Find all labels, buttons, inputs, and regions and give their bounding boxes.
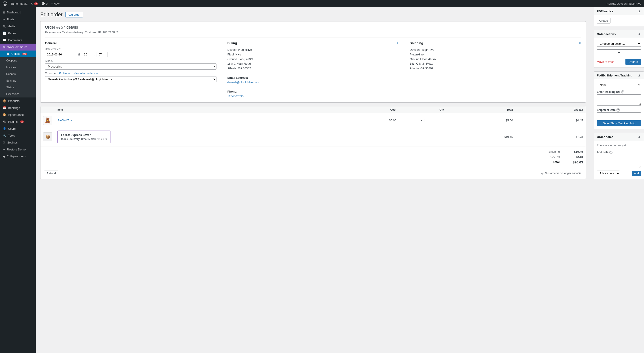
pdf-invoice-header[interactable]: PDF Invoice ▲ bbox=[594, 8, 644, 15]
svg-text:W: W bbox=[4, 2, 6, 5]
product-name-link[interactable]: Stuffed Toy bbox=[58, 119, 72, 122]
product-qty: × 1 bbox=[399, 113, 446, 128]
add-note-label: Add note ? bbox=[597, 151, 641, 154]
shipping-method-name: FedEx Express Saver bbox=[61, 133, 107, 136]
bookings-icon: 📅 bbox=[3, 106, 6, 110]
sidebar-item-bookings[interactable]: 📅 Bookings bbox=[0, 104, 36, 111]
sidebar-item-restore[interactable]: ↩ Restore Demo bbox=[0, 146, 36, 153]
collapse-icon: ◀ bbox=[3, 155, 5, 158]
status-select[interactable]: Processing bbox=[45, 64, 216, 70]
items-table: Item Cost Qty Total GA Tax 🧸 Stuf bbox=[40, 106, 586, 146]
orders-icon: 📋 bbox=[6, 52, 10, 56]
sidebar-item-settings2[interactable]: ⚙ Settings bbox=[0, 139, 36, 146]
fedex-tracking-header[interactable]: FedEx Shipment Tracking ▲ bbox=[594, 72, 644, 79]
shipping-edit-icon[interactable]: ✏ bbox=[579, 42, 581, 45]
shipment-date-input[interactable] bbox=[597, 112, 641, 118]
comments-sidebar-icon: 💬 bbox=[3, 38, 6, 42]
grand-total-value: $26.63 bbox=[565, 160, 583, 164]
pdf-invoice-title: PDF Invoice bbox=[597, 10, 613, 13]
date-input[interactable] bbox=[45, 52, 76, 57]
pages-icon: 📄 bbox=[3, 32, 6, 35]
sidebar-item-extensions[interactable]: Extensions bbox=[0, 91, 36, 98]
save-tracking-button[interactable]: Save/Show Tracking Info bbox=[597, 120, 641, 126]
site-name[interactable]: Tame Impala bbox=[11, 2, 27, 5]
update-button[interactable]: Update bbox=[626, 59, 641, 65]
sidebar-item-media[interactable]: 🖼 Media bbox=[0, 23, 36, 30]
fedex-toggle-icon: ▲ bbox=[638, 73, 641, 77]
sidebar-item-posts[interactable]: ✏ Posts bbox=[0, 16, 36, 23]
sidebar-item-settings[interactable]: Settings bbox=[0, 77, 36, 84]
sidebar-item-products[interactable]: 📦 Products bbox=[0, 98, 36, 104]
sidebar-item-woocommerce[interactable]: 🛍 WooCommerce bbox=[0, 44, 36, 50]
sidebar-item-status[interactable]: Status bbox=[0, 84, 36, 91]
add-note-help-icon[interactable]: ? bbox=[609, 151, 612, 154]
shipping-address: Devesh PluginHive PluginHive Ground Floo… bbox=[410, 48, 581, 71]
move-to-trash-link[interactable]: Move to trash bbox=[597, 60, 614, 64]
sidebar-item-users[interactable]: 👤 Users bbox=[0, 125, 36, 132]
sidebar-item-pages[interactable]: 📄 Pages bbox=[0, 30, 36, 37]
apply-action-button[interactable]: ▶ bbox=[597, 50, 641, 55]
sidebar-item-plugins[interactable]: 🔌 Plugins 2 bbox=[0, 118, 36, 125]
no-notes-text: There are no notes yet. bbox=[597, 144, 641, 147]
woocommerce-icon: 🛍 bbox=[3, 46, 6, 49]
view-other-orders-link[interactable]: View other orders → bbox=[74, 72, 98, 75]
order-notes-header[interactable]: Order notes ▲ bbox=[594, 133, 644, 141]
sidebar-item-comments[interactable]: 💬 Comments bbox=[0, 37, 36, 44]
note-type-select[interactable]: Private note bbox=[597, 170, 620, 176]
updates-link[interactable]: ↻ 9 bbox=[31, 2, 38, 5]
shipping-qty bbox=[399, 128, 446, 146]
sidebar-item-orders[interactable]: 📋 Orders 99 bbox=[0, 50, 36, 57]
shipping-total-value: $19.45 bbox=[565, 150, 583, 153]
fedex-none-select[interactable]: None bbox=[597, 82, 641, 88]
billing-email-link[interactable]: devesh@pluginhive.com bbox=[228, 81, 259, 84]
right-sidebar: PDF Invoice ▲ Create Order actions ▲ Cho… bbox=[590, 7, 644, 353]
order-notes-widget: Order notes ▲ There are no notes yet. Ad… bbox=[594, 133, 644, 179]
time-hour-input[interactable] bbox=[82, 52, 93, 57]
order-actions-widget: Order actions ▲ Choose an action... ▶ Mo… bbox=[594, 30, 644, 68]
shipment-date-help-icon[interactable]: ? bbox=[616, 108, 620, 112]
sidebar-item-tools[interactable]: 🔧 Tools bbox=[0, 132, 36, 139]
note-textarea[interactable] bbox=[597, 155, 641, 168]
customer-label: Customer: bbox=[45, 72, 57, 75]
sidebar-item-invoices[interactable]: Invoices bbox=[0, 64, 36, 71]
products-icon: 📦 bbox=[3, 99, 6, 102]
order-notes-body: There are no notes yet. Add note ? Priva… bbox=[594, 141, 644, 179]
order-actions-header[interactable]: Order actions ▲ bbox=[594, 30, 644, 38]
sidebar-item-reports[interactable]: Reports bbox=[0, 71, 36, 77]
sidebar-item-collapse[interactable]: ◀ Collapse menu bbox=[0, 153, 36, 160]
fedex-tracking-title: FedEx Shipment Tracking bbox=[597, 74, 632, 77]
wp-logo[interactable]: W bbox=[3, 1, 7, 6]
add-note-button[interactable]: Add bbox=[632, 171, 641, 176]
dashboard-icon: ⊞ bbox=[3, 11, 5, 14]
grand-total-label: Total: bbox=[538, 160, 565, 164]
tracking-ids-help-icon[interactable]: ? bbox=[621, 90, 624, 94]
product-total: $5.00 bbox=[446, 113, 516, 128]
shipping-ga-tax: $1.73 bbox=[516, 128, 586, 146]
new-content-link[interactable]: + New bbox=[51, 2, 60, 5]
sidebar-item-coupons[interactable]: Coupons bbox=[0, 57, 36, 64]
pdf-invoice-widget: PDF Invoice ▲ Create bbox=[594, 7, 644, 26]
howdy-text: Howdy, Devesh PluginHive bbox=[606, 2, 641, 5]
profile-link[interactable]: Profile → bbox=[59, 72, 70, 75]
customer-select[interactable]: Devesh PluginHive (#12 – devesh@pluginhi… bbox=[45, 76, 216, 82]
settings-icon: ⚙ bbox=[3, 141, 5, 144]
billing-phone-link[interactable]: 1234567890 bbox=[228, 94, 244, 98]
action-select[interactable]: Choose an action... bbox=[597, 41, 641, 47]
comments-link[interactable]: 💬 0 bbox=[41, 2, 48, 5]
billing-address: Devesh PluginHive PluginHive Ground Floo… bbox=[228, 48, 399, 99]
sidebar-item-appearance[interactable]: 🎨 Appearance bbox=[0, 111, 36, 118]
create-invoice-button[interactable]: Create bbox=[597, 18, 610, 24]
tracking-ids-textarea[interactable] bbox=[597, 94, 641, 106]
add-order-button[interactable]: Add order bbox=[65, 12, 83, 18]
time-minute-input[interactable] bbox=[96, 52, 108, 57]
product-thumbnail: 🧸 bbox=[43, 116, 52, 125]
not-editable-text: ⓘ This order is no longer editable. bbox=[541, 172, 582, 175]
restore-icon: ↩ bbox=[3, 148, 5, 151]
items-card: Item Cost Qty Total GA Tax 🧸 Stuf bbox=[40, 106, 586, 179]
pdf-invoice-body: Create bbox=[594, 15, 644, 26]
billing-edit-icon[interactable]: ✏ bbox=[396, 42, 399, 45]
refund-button[interactable]: Refund bbox=[44, 170, 58, 176]
sidebar-item-dashboard[interactable]: ⊞ Dashboard bbox=[0, 9, 36, 16]
comments-icon: 💬 bbox=[41, 2, 45, 5]
col-item-name: Item bbox=[55, 106, 338, 113]
